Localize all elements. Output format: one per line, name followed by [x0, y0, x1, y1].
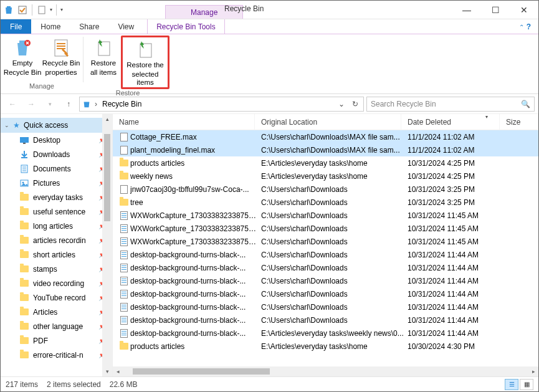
ribbon: EmptyRecycle Bin Recycle Binproperties M…: [1, 34, 538, 94]
hscroll-thumb[interactable]: [133, 368, 270, 375]
tab-home[interactable]: Home: [31, 19, 70, 34]
file-row[interactable]: desktop-background-turns-black-...C:\Use…: [113, 261, 538, 274]
restore-selected-items-button[interactable]: Restore theselected items: [121, 36, 169, 89]
maximize-button[interactable]: ☐: [481, 1, 510, 19]
file-row[interactable]: WXWorkCapture_17303383233875 (...C:\User…: [113, 235, 538, 248]
file-row[interactable]: Cottage_FREE.maxC:\Users\charl\Downloads…: [113, 130, 538, 143]
file-row[interactable]: jnw07caoj30g-tbfful99u7sw-Coca-...C:\Use…: [113, 183, 538, 196]
back-button[interactable]: ←: [4, 96, 21, 112]
scroll-left-icon[interactable]: ◂: [113, 368, 123, 375]
file-date-deleted: 10/31/2024 11:44 AM: [404, 251, 502, 259]
chevron-down-icon[interactable]: ⌄: [4, 122, 9, 128]
collapse-ribbon-icon[interactable]: ⌃: [519, 24, 524, 31]
file-row[interactable]: desktop-background-turns-black-...C:\Use…: [113, 248, 538, 261]
close-button[interactable]: ✕: [510, 1, 538, 19]
qat-dropdown-icon[interactable]: ▾: [50, 7, 52, 12]
properties-sheet-icon: [51, 38, 71, 58]
sidebar-item-label: useful sentence: [33, 208, 85, 216]
file-row[interactable]: WXWorkCapture_17303383233875 (...C:\User…: [113, 209, 538, 222]
recent-locations-button[interactable]: ▾: [42, 96, 58, 112]
search-box[interactable]: Search Recycle Bin 🔍: [366, 97, 535, 112]
tab-share[interactable]: Share: [70, 19, 108, 34]
details-view-button[interactable]: ☰: [505, 379, 518, 390]
file-date-deleted: 10/31/2024 11:45 AM: [404, 224, 502, 233]
sidebar-item[interactable]: short articles📌: [1, 247, 112, 262]
file-row[interactable]: desktop-background-turns-black-...C:\Use…: [113, 287, 538, 300]
properties-icon[interactable]: [36, 4, 47, 16]
column-headers: Name Original Location Date Deleted ▾ Si…: [113, 114, 538, 130]
restore-all-items-button[interactable]: Restoreall items: [86, 36, 121, 89]
file-type-icon: [118, 160, 130, 166]
file-name: Cottage_FREE.max: [130, 133, 257, 141]
file-name: jnw07caoj30g-tbfful99u7sw-Coca-...: [130, 185, 257, 194]
minimize-button[interactable]: —: [452, 1, 481, 19]
sidebar-item[interactable]: Desktop📌: [1, 133, 112, 147]
sidebar-item[interactable]: PDF📌: [1, 333, 112, 348]
file-row[interactable]: products articlesE:\Articles\everyday ta…: [113, 156, 538, 170]
file-original-location: E:\Articles\everyday tasks\home: [257, 159, 404, 168]
sidebar-scrollbar[interactable]: ▴ ▾: [102, 114, 112, 376]
sidebar-item[interactable]: long articles📌: [1, 219, 112, 233]
refresh-button[interactable]: ↻: [348, 97, 362, 111]
sidebar-item-label: Desktop: [33, 136, 60, 145]
empty-recycle-bin-button[interactable]: EmptyRecycle Bin: [3, 36, 42, 82]
help-icon[interactable]: ?: [527, 22, 531, 31]
sidebar-item[interactable]: everyday tasks📌: [1, 190, 112, 204]
large-icons-view-button[interactable]: ▦: [520, 379, 533, 390]
file-row[interactable]: desktop-background-turns-black-...C:\Use…: [113, 300, 538, 313]
file-name: desktop-background-turns-black-...: [130, 264, 257, 272]
recycle-bin-properties-button[interactable]: Recycle Binproperties: [42, 36, 80, 82]
scroll-down-icon[interactable]: ▾: [102, 366, 112, 376]
file-row[interactable]: weekly newsE:\Articles\everyday tasks\ho…: [113, 170, 538, 183]
checkbox-icon[interactable]: [17, 4, 28, 16]
sidebar-item[interactable]: articles recordin📌: [1, 233, 112, 247]
tab-recycle-bin-tools[interactable]: Recycle Bin Tools: [147, 19, 225, 34]
file-original-location: C:\Users\charl\Downloads: [257, 290, 404, 299]
scroll-up-icon[interactable]: ▴: [102, 114, 112, 124]
qat-customize-icon[interactable]: ▾: [60, 7, 63, 12]
sidebar-item[interactable]: errore-critical-n📌: [1, 348, 112, 362]
file-row[interactable]: products articlesE:\Articles\everyday ta…: [113, 340, 538, 353]
sidebar-item[interactable]: YouTube record📌: [1, 290, 112, 305]
sidebar-item[interactable]: useful sentence📌: [1, 204, 112, 219]
file-original-location: E:\Articles\everyday tasks\home: [257, 172, 404, 181]
file-row[interactable]: treeC:\Users\charl\Downloads10/31/2024 3…: [113, 196, 538, 209]
scroll-right-icon[interactable]: ▸: [528, 368, 538, 375]
svg-rect-1: [19, 6, 26, 14]
tab-view[interactable]: View: [108, 19, 143, 34]
file-type-icon: [118, 303, 130, 312]
title-bar: ▾ ▾ Manage Recycle Bin — ☐ ✕: [1, 1, 538, 19]
sidebar-item[interactable]: video recording📌: [1, 276, 112, 290]
svg-rect-2: [39, 6, 45, 14]
quick-access-header[interactable]: ⌄ ★ Quick access: [1, 118, 112, 133]
file-row[interactable]: plant_modeling_finel.maxC:\Users\charl\D…: [113, 143, 538, 156]
sidebar-item[interactable]: Pictures📌: [1, 176, 112, 190]
sidebar-item[interactable]: Downloads📌: [1, 147, 112, 161]
address-dropdown-button[interactable]: ⌄: [335, 97, 348, 111]
file-row[interactable]: desktop-background-turns-black-...E:\Art…: [113, 327, 538, 340]
horizontal-scrollbar[interactable]: ◂ ▸: [113, 366, 538, 376]
sidebar-item[interactable]: Articles📌: [1, 305, 112, 319]
chevron-right-icon[interactable]: ›: [95, 100, 97, 108]
up-button[interactable]: ↑: [60, 96, 77, 112]
search-placeholder: Search Recycle Bin: [371, 100, 436, 108]
scrollbar-thumb[interactable]: [104, 134, 110, 221]
file-date-deleted: 10/30/2024 4:30 PM: [404, 342, 502, 351]
forward-button[interactable]: →: [23, 96, 39, 112]
file-row[interactable]: WXWorkCapture_17303383233875 (...C:\User…: [113, 222, 538, 235]
column-name[interactable]: Name: [113, 114, 255, 130]
sidebar-item-label: other language: [33, 322, 83, 331]
sidebar-item[interactable]: other language📌: [1, 319, 112, 333]
address-bar[interactable]: › Recycle Bin ⌄ ↻: [79, 97, 364, 112]
file-row[interactable]: desktop-background-turns-black-...C:\Use…: [113, 313, 538, 327]
sidebar-item[interactable]: Documents📌: [1, 161, 112, 176]
tab-file[interactable]: File: [1, 19, 31, 34]
file-row[interactable]: desktop-background-turns-black-...C:\Use…: [113, 274, 538, 287]
sidebar-item[interactable]: stamps📌: [1, 262, 112, 276]
search-icon[interactable]: 🔍: [521, 100, 530, 108]
column-date-deleted[interactable]: Date Deleted ▾: [401, 114, 500, 130]
breadcrumb-recycle-bin[interactable]: Recycle Bin: [100, 100, 144, 108]
file-original-location: C:\Users\charl\Downloads: [257, 198, 404, 207]
column-original-location[interactable]: Original Location: [255, 114, 401, 130]
column-size[interactable]: Size: [500, 114, 538, 130]
